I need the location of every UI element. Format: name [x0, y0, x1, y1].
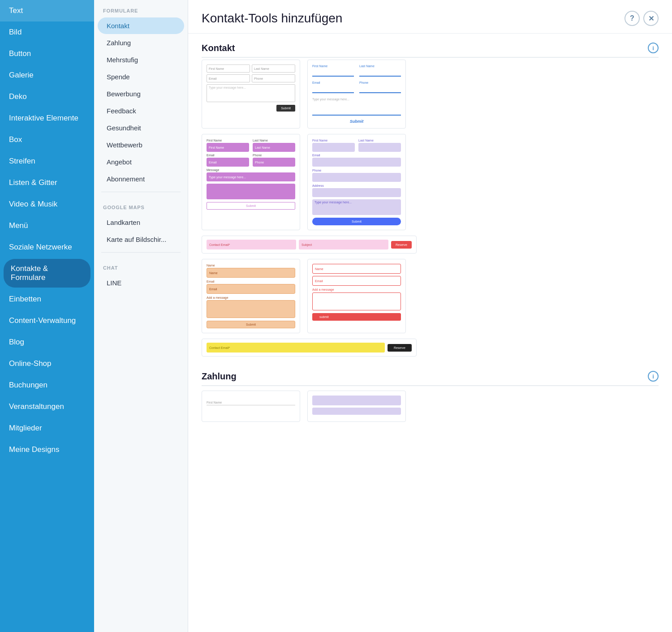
middle-item-landkarten[interactable]: Landkarten	[98, 214, 184, 231]
form-classic-name-row: First Name Last Name	[207, 64, 295, 73]
form-yellow-submit[interactable]: Reserve	[388, 344, 412, 352]
sidebar-item-blog[interactable]: Blog	[0, 331, 94, 353]
zahlung-header: Zahlung i	[202, 371, 659, 386]
form-lp-submit[interactable]: Submit	[312, 218, 401, 225]
middle-item-feedback[interactable]: Feedback	[98, 103, 184, 119]
form-row-2: First Name First Name Last Name Last Nam…	[202, 134, 659, 230]
zahlung-card-purple[interactable]	[307, 391, 406, 422]
sidebar-item-menu[interactable]: Menü	[0, 215, 94, 236]
form-orange-email: Email	[207, 284, 295, 294]
section-label-formulare: FORMULARE	[94, 0, 188, 17]
form-lp-email-label: Email	[312, 154, 401, 157]
form-purple-phone: Phone	[253, 158, 295, 167]
middle-item-kontakt[interactable]: Kontakt	[98, 17, 184, 34]
form-card-pink[interactable]: Contact Email* Subject Reserve	[202, 236, 417, 254]
form-pink-email: Contact Email*	[207, 240, 296, 249]
form-red-submit[interactable]: submit	[312, 313, 401, 321]
content-body: Kontakt i First Name Last Name Email Pho…	[188, 34, 672, 454]
sidebar-item-bild[interactable]: Bild	[0, 21, 94, 43]
sidebar-item-content[interactable]: Content-Verwaltung	[0, 310, 94, 331]
sidebar-item-streifen[interactable]: Streifen	[0, 150, 94, 172]
form-classic-phone: Phone	[252, 74, 295, 82]
form-purple-lastname: Last Name	[253, 143, 295, 152]
sidebar-item-galerie[interactable]: Galerie	[0, 64, 94, 86]
sidebar-item-kontakte[interactable]: Kontakte & Formulare	[4, 259, 90, 288]
form-lp-phone-label: Phone	[312, 169, 401, 172]
form-pink-subject: Subject	[299, 240, 388, 249]
form-lp-phone	[312, 173, 401, 182]
sidebar-item-button[interactable]: Button	[0, 43, 94, 64]
form-orange-submit[interactable]: Submit	[207, 321, 295, 328]
middle-item-bewerbung[interactable]: Bewerbung	[98, 86, 184, 102]
sidebar-item-soziale[interactable]: Soziale Netzwerke	[0, 236, 94, 258]
form-blue-email	[312, 85, 354, 93]
form-blue-firstname	[312, 69, 354, 77]
form-classic-email: Email	[207, 74, 250, 82]
form-lp-email	[312, 158, 401, 167]
sidebar-item-interaktive[interactable]: Interaktive Elemente	[0, 107, 94, 129]
sidebar-item-deko[interactable]: Deko	[0, 86, 94, 107]
form-blue-phone	[359, 85, 401, 93]
form-orange-msg-label: Add a message	[207, 296, 295, 299]
sidebar-item-listen[interactable]: Listen & Gitter	[0, 172, 94, 193]
middle-item-gesundheit[interactable]: Gesundheit	[98, 120, 184, 136]
middle-item-angebot[interactable]: Angebot	[98, 154, 184, 170]
zahlung-card-classic[interactable]: First Name	[202, 391, 300, 422]
sidebar-item-shop[interactable]: Online-Shop	[0, 353, 94, 374]
help-button[interactable]: ?	[625, 11, 640, 26]
form-card-red[interactable]: Name Email Add a message submit	[307, 259, 406, 333]
form-card-orange[interactable]: Name Name Email Email Add a message Subm…	[202, 259, 300, 333]
header-buttons: ? ✕	[625, 11, 659, 26]
form-classic-message: Type your message here...	[207, 84, 295, 102]
middle-item-spende[interactable]: Spende	[98, 69, 184, 85]
form-orange-email-label: Email	[207, 280, 295, 283]
middle-item-abonnement[interactable]: Abonnement	[98, 171, 184, 187]
sidebar-item-mitglieder[interactable]: Mitglieder	[0, 417, 94, 439]
main-header: Kontakt-Tools hinzufügen ? ✕	[188, 0, 672, 34]
sidebar-item-meine-designs[interactable]: Meine Designs	[0, 439, 94, 460]
form-card-classic[interactable]: First Name Last Name Email Phone Type yo…	[202, 60, 300, 129]
form-lp-lastname	[358, 143, 401, 152]
form-card-purple[interactable]: First Name First Name Last Name Last Nam…	[202, 134, 300, 230]
sidebar-item-box[interactable]: Box	[0, 129, 94, 150]
zahlung-preview: First Name	[202, 391, 659, 422]
sidebar-item-veranstaltungen[interactable]: Veranstaltungen	[0, 396, 94, 417]
sidebar-item-buchungen[interactable]: Buchungen	[0, 374, 94, 396]
form-blue-lastname	[359, 69, 401, 77]
form-purple-email: Email	[207, 158, 249, 167]
sidebar-item-einbetten[interactable]: Einbetten	[0, 288, 94, 310]
form-blue-name-row: First Name Last Name	[312, 64, 401, 79]
form-classic-submit-row: Submit	[207, 105, 295, 112]
middle-item-zahlung[interactable]: Zahlung	[98, 34, 184, 51]
form-blue-message	[312, 102, 401, 116]
form-red-email: Email	[312, 276, 401, 286]
close-button[interactable]: ✕	[643, 11, 659, 26]
zahlung-section: Zahlung i First Name	[202, 371, 659, 422]
form-purple-phone-label: Phone	[253, 154, 295, 157]
sidebar-item-video[interactable]: Video & Musik	[0, 193, 94, 215]
form-card-yellow[interactable]: Contact Email* Reserve	[202, 339, 417, 357]
form-card-blue[interactable]: First Name Last Name Email	[307, 60, 406, 129]
form-purple-submit[interactable]: Submit	[207, 202, 295, 210]
zahlung-info-icon[interactable]: i	[648, 371, 659, 382]
form-blue-submit[interactable]: Submit	[312, 119, 401, 124]
form-pink-submit[interactable]: Reserve	[391, 241, 412, 249]
form-card-light-purple[interactable]: First Name Last Name Email Phone	[307, 134, 406, 230]
form-classic-submit[interactable]: Submit	[276, 105, 295, 112]
section-label-chat: CHAT	[94, 257, 188, 274]
kontakt-section: Kontakt i First Name Last Name Email Pho…	[202, 43, 659, 357]
sidebar-item-text[interactable]: Text	[0, 0, 94, 21]
form-lp-fn-label: First Name	[312, 139, 355, 142]
section-label-maps: GOOGLE MAPS	[94, 197, 188, 214]
form-orange-name: Name	[207, 268, 295, 278]
form-row-3: Contact Email* Subject Reserve	[202, 236, 659, 254]
middle-item-line[interactable]: LINE	[98, 275, 184, 291]
kontakt-title: Kontakt	[202, 43, 235, 53]
middle-item-mehrstufig[interactable]: Mehrstufig	[98, 52, 184, 68]
form-orange-name-label: Name	[207, 264, 295, 267]
form-purple-textarea	[207, 184, 295, 199]
middle-item-karte[interactable]: Karte auf Bildschir...	[98, 231, 184, 248]
form-classic-lastname: Last Name	[252, 64, 295, 73]
middle-item-wettbewerb[interactable]: Wettbewerb	[98, 137, 184, 153]
kontakt-info-icon[interactable]: i	[648, 43, 659, 53]
